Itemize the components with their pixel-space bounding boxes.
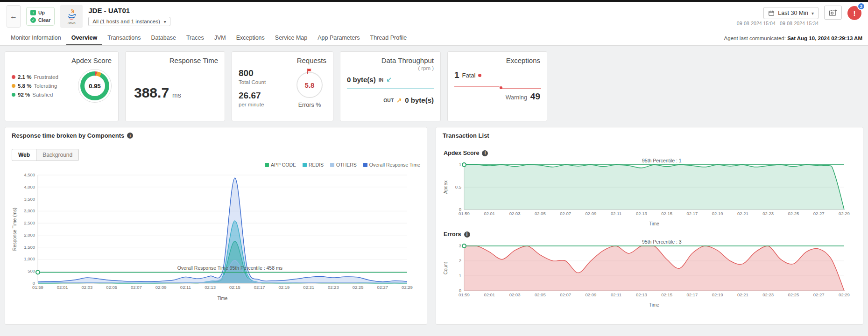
svg-text:1: 1: [459, 162, 461, 167]
card-title: Exceptions: [454, 56, 540, 64]
errors-chart: 012301:5902:0102:0302:0502:0702:0902:110…: [443, 238, 856, 308]
requests-body: 800 Total Count 26.67 per minute 5.8 Err…: [239, 68, 326, 113]
tab-transactions[interactable]: Transactions: [102, 31, 146, 45]
fatal-label: Fatal: [462, 72, 476, 79]
svg-text:02:01: 02:01: [57, 285, 68, 290]
throughput-in-label: IN: [379, 77, 384, 83]
svg-text:02:15: 02:15: [229, 285, 240, 290]
title-block: JDE - UAT01 All (1 hosts and 1 instances…: [88, 7, 170, 26]
chevron-down-icon: [164, 19, 166, 24]
svg-text:Time: Time: [649, 302, 659, 308]
kpi-cards: Apdex Score 2.1 %Frustrated5.8 %Tolerati…: [0, 46, 868, 121]
throughput-in-row: 0 byte(s) IN: [347, 76, 434, 84]
legend-item: OTHERS: [330, 162, 357, 168]
tab-service-map[interactable]: Service Map: [270, 31, 312, 45]
svg-text:Apdex: Apdex: [443, 181, 448, 194]
svg-text:01:59: 01:59: [459, 211, 470, 216]
svg-text:01:59: 01:59: [32, 285, 43, 290]
toggle-web[interactable]: Web: [12, 149, 36, 161]
arrow-in-icon: [386, 77, 392, 83]
svg-text:02:15: 02:15: [661, 292, 672, 297]
warning-label: Warning: [506, 94, 527, 101]
svg-text:02:07: 02:07: [560, 292, 571, 297]
info-icon[interactable]: [127, 133, 133, 139]
requests-rate-label: per minute: [239, 102, 266, 107]
header: Up Clear Java JDE - UAT01 All (1 hosts a…: [0, 2, 868, 31]
tab-thread-profile[interactable]: Thread Profile: [365, 31, 412, 45]
tab-database[interactable]: Database: [146, 31, 181, 45]
svg-text:02:29: 02:29: [839, 211, 850, 216]
svg-text:02:05: 02:05: [535, 292, 546, 297]
tab-exceptions[interactable]: Exceptions: [231, 31, 270, 45]
svg-text:02:09: 02:09: [155, 285, 167, 290]
svg-text:02:27: 02:27: [813, 292, 825, 297]
requests-rate-value: 26.67: [239, 91, 266, 101]
svg-text:02:23: 02:23: [762, 211, 774, 216]
svg-text:01:59: 01:59: [459, 292, 470, 297]
svg-text:4,000: 4,000: [24, 184, 35, 189]
camera-icon: [829, 9, 837, 16]
page-title: JDE - UAT01: [88, 7, 170, 14]
warning-count: 49: [530, 91, 540, 102]
components-panel: Response time broken by Components WebBa…: [5, 127, 427, 325]
exceptions-fatal-row: 1 Fatal: [454, 70, 540, 80]
svg-text:02:19: 02:19: [278, 285, 289, 290]
back-button[interactable]: [7, 5, 21, 28]
legend-swatch-icon: [363, 163, 367, 167]
alert-count-badge: 2: [857, 2, 865, 10]
scope-selector[interactable]: All (1 hosts and 1 instances): [88, 17, 170, 26]
time-range-selector[interactable]: Last 30 Min: [763, 7, 819, 19]
svg-text:02:17: 02:17: [254, 285, 265, 290]
apdex-section-label: Apdex Score: [444, 150, 856, 156]
exceptions-sparkline: [454, 84, 541, 91]
card-title: Apdex Score: [12, 56, 112, 64]
throughput-out-row: OUT 0 byte(s): [347, 96, 434, 104]
info-icon[interactable]: [464, 231, 470, 238]
error-flag-icon: [307, 68, 312, 74]
tab-overview[interactable]: Overview: [66, 31, 103, 45]
throughput-in-value: 0 byte(s): [347, 76, 376, 84]
info-icon[interactable]: [482, 150, 488, 156]
svg-text:Overall Response Time 95th Per: Overall Response Time 95th Percentile : …: [177, 265, 282, 271]
svg-text:02:09: 02:09: [585, 292, 596, 297]
throughput-in-sparkline: [347, 88, 434, 89]
svg-text:02:13: 02:13: [636, 292, 647, 297]
svg-text:02:07: 02:07: [131, 285, 142, 290]
requests-card: Requests 800 Total Count 26.67 per minut…: [232, 51, 333, 121]
svg-text:3: 3: [459, 243, 461, 248]
card-title: Data Throughput: [347, 56, 434, 64]
svg-text:02:17: 02:17: [687, 292, 698, 297]
svg-text:02:17: 02:17: [687, 211, 698, 216]
apdex-score-card: Apdex Score 2.1 %Frustrated5.8 %Tolerati…: [5, 51, 119, 121]
data-throughput-card: Data Throughput ( rpm ) 0 byte(s) IN OUT…: [340, 51, 441, 121]
main-panels: Response time broken by Components WebBa…: [0, 121, 868, 325]
chevron-down-icon: [812, 10, 814, 16]
svg-text:02:29: 02:29: [839, 292, 850, 297]
apdex-gauge: 0.95: [78, 69, 112, 103]
status-clear-label: Clear: [38, 17, 50, 23]
transaction-list-panel: Transaction List Apdex Score 00.5101:590…: [436, 127, 863, 325]
transaction-panel-body: Apdex Score 00.5101:5902:0102:0302:0502:…: [436, 144, 863, 313]
svg-text:02:11: 02:11: [611, 211, 621, 216]
svg-text:02:23: 02:23: [762, 292, 774, 297]
calendar-icon: [768, 10, 775, 16]
tab-traces[interactable]: Traces: [181, 31, 209, 45]
back-arrow-icon: [10, 12, 17, 21]
errors-percent-value: 5.8: [305, 81, 315, 89]
alerts-button[interactable]: 2: [847, 6, 861, 20]
legend-dot-icon: [12, 93, 15, 97]
tab-monitor-information[interactable]: Monitor Information: [6, 31, 66, 45]
legend-item: Overall Response Time: [363, 162, 420, 168]
status-up-label: Up: [38, 10, 45, 15]
toggle-background[interactable]: Background: [36, 149, 79, 161]
tab-app-parameters[interactable]: App Parameters: [312, 31, 365, 45]
apdex-section-title: Apdex Score: [444, 150, 479, 156]
svg-text:1,000: 1,000: [24, 256, 35, 261]
apdex-legend-item: 92 %Satisfied: [12, 92, 58, 98]
tab-jvm[interactable]: JVM: [209, 31, 231, 45]
legend-dot-icon: [12, 84, 15, 88]
svg-text:02:01: 02:01: [484, 211, 495, 216]
apdex-body: 2.1 %Frustrated5.8 %Tolerating92 %Satisf…: [12, 69, 112, 103]
svg-text:02:05: 02:05: [106, 285, 117, 290]
screenshot-button[interactable]: [824, 6, 842, 20]
